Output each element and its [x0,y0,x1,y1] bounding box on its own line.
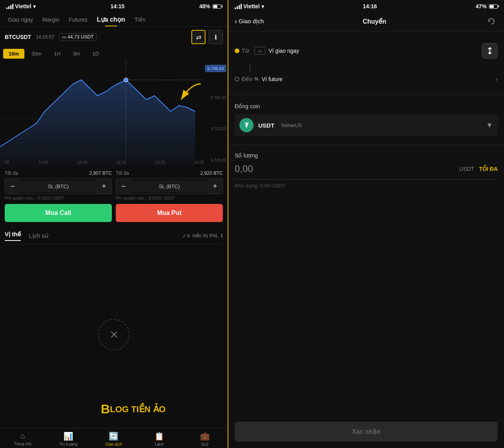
battery-percent-left: 48% [199,3,210,9]
nav-orders-label: Lệnh [155,442,164,446]
x-label-1: :55 [4,160,9,165]
nav-market[interactable]: 📊 Thị trường [46,431,91,446]
position-tabs: Vị thế Lịch sử ✓≡ hiển thị PNL ℹ [5,231,223,244]
to-wallet-label: Ví future [262,76,283,82]
transfer-from-row: Từ ▭ Ví giao ngay [235,38,498,63]
trade-input-left[interactable]: SL (BTC) [20,180,96,193]
available-label: Khả dụng: [235,183,259,189]
bottom-section: Vị thế Lịch sử ✓≡ hiển thị PNL ℹ ✕ [0,226,228,428]
watermark-b: B [101,402,110,417]
pnl-label: hiển thị PNL [193,233,219,239]
transfer-section: Từ ▭ Ví giao ngay Đến % Ví [228,32,504,93]
chart-price: 44,73 USDT [68,34,94,40]
to-wallet-row: % Ví future [254,76,496,82]
decrement-left-button[interactable]: − [5,179,20,194]
status-bar-left: Viettel ▾ 14:15 48% [0,0,228,11]
chart-svg [0,60,228,167]
increment-left-button[interactable]: + [96,179,111,194]
time-tab-1h[interactable]: 1H [48,49,66,59]
watermark-text: LOG TIỀN ẢO [110,404,165,415]
wallet-icon: 💼 [200,431,210,441]
buy-call-button[interactable]: Mua Call [5,204,112,222]
trade-input-row-left: − SL (BTC) + [5,178,112,194]
tab-lich-su[interactable]: Lịch sử [29,232,48,239]
wifi-icon-right: ▾ [261,4,264,9]
nav-home-label: Trang chủ [14,442,32,446]
empty-circle-icon: ✕ [98,319,130,350]
trade-input-right[interactable]: SL (BTC) [131,180,208,193]
time-tab-30m[interactable]: 30m [26,49,47,59]
quantity-value[interactable]: 0,00 [235,163,459,174]
confirm-button[interactable]: Xác nhận [235,422,498,442]
tab-vi-the[interactable]: Vị thế [5,231,21,241]
trade-max-label-left: Tối đa [5,170,18,176]
available-row: Khả dụng: 0,00 USDT [235,183,498,189]
tab-futures[interactable]: Futures [64,13,92,26]
nav-wallet-label: Quỹ [201,442,209,446]
coin-section-label: Đồng coin [235,103,498,109]
empty-state: ✕ [5,244,223,425]
pnl-toggle[interactable]: ✓≡ hiển thị PNL ℹ [182,233,223,239]
swap-direction-button[interactable] [482,43,498,59]
current-price-label: 9.796,65 [205,65,226,72]
trade-max-value-right: 2,920 BTC [200,170,223,177]
y-label-4: 9.740,00 [211,158,226,163]
increment-right-button[interactable]: + [208,179,222,194]
max-button[interactable]: TỐI ĐA [479,166,498,172]
nav-trade-label: Giao dịch [105,442,122,446]
tab-giao-ngay[interactable]: Giao ngay [3,13,38,26]
trade-fee-left: Phí quyền cho... 0,0000 USDT [5,196,112,201]
back-button[interactable]: ‹ Giao dịch [235,17,264,26]
info-button[interactable]: ℹ [209,30,223,44]
from-wallet-row: ▭ Ví giao ngay [254,47,482,55]
chart-x-labels: :55 14:00 14:05 14:10 14:15 14:20 [4,160,204,165]
from-radio [235,48,239,53]
nav-orders[interactable]: 📋 Lệnh [137,431,182,446]
to-wallet-chevron: › [496,76,498,82]
time-tabs: 10m 30m 1H 8H 1D [0,47,228,60]
action-row: Mua Call Mua Put [5,204,223,222]
time-tab-10m[interactable]: 10m [3,49,24,59]
chart-time: 14:15:57 [36,34,54,40]
time-tab-8h[interactable]: 8H [68,49,85,59]
trade-input-row-right: − SL (BTC) + [116,178,223,194]
x-label-5: 14:15 [155,160,165,165]
nav-wallet[interactable]: 💼 Quỹ [182,431,228,446]
nav-home[interactable]: ⌂ Trang chủ [0,431,46,446]
trade-fee-right: Phí quyền cho... 0,0000 USDT [116,196,223,201]
home-icon: ⌂ [20,431,25,441]
carrier-right: Viettel [243,3,260,9]
to-label-col: Đến [235,76,254,82]
transfer-to-row[interactable]: Đến % Ví future › [235,71,498,87]
swap-chart-button[interactable]: ⇄ [191,30,206,44]
pnl-info-icon: ℹ [221,233,223,239]
percent-icon: % [254,76,259,82]
left-panel: Viettel ▾ 14:15 48% Giao ngay Margin Fut… [0,0,228,448]
decrement-right-button[interactable]: − [116,179,131,194]
quantity-currency: USDT [459,166,474,172]
quantity-row: 0,00 USDT TỐI ĐA [235,163,498,180]
tab-tien[interactable]: Tiền [130,13,150,26]
right-panel: Viettel ▾ 14:16 47% ‹ Giao dịch Chuyển [228,0,504,448]
tab-margin[interactable]: Margin [38,13,64,26]
status-bar-right: Viettel ▾ 14:16 47% [228,0,504,11]
trade-max-label-right: Tối đa [116,170,129,176]
time-right: 14:16 [363,3,377,9]
time-tab-1d[interactable]: 1D [87,49,105,59]
from-label: Từ [242,48,249,54]
coin-selector[interactable]: ₮ USDT TetherUS ▼ [235,114,498,136]
quantity-section: Số lượng 0,00 USDT TỐI ĐA Khả dụng: 0,00… [228,146,504,195]
divider-1 [228,95,504,95]
coin-icon-usdt: ₮ [239,118,254,132]
nav-market-label: Thị trường [59,442,78,446]
nav-trade[interactable]: 🔄 Giao dịch [91,431,137,446]
wifi-icon: ▾ [33,4,36,9]
back-label: Giao dịch [239,18,264,25]
trade-max-value-left: 2,907 BTC [89,170,112,177]
buy-put-button[interactable]: Mua Put [116,204,223,222]
watermark: B LOG TIỀN ẢO [101,402,166,417]
tab-lua-chon[interactable]: Lựa chọn [92,13,130,26]
market-icon: 📊 [63,431,73,441]
x-label-2: 14:00 [39,160,48,165]
refresh-button[interactable] [485,15,498,28]
